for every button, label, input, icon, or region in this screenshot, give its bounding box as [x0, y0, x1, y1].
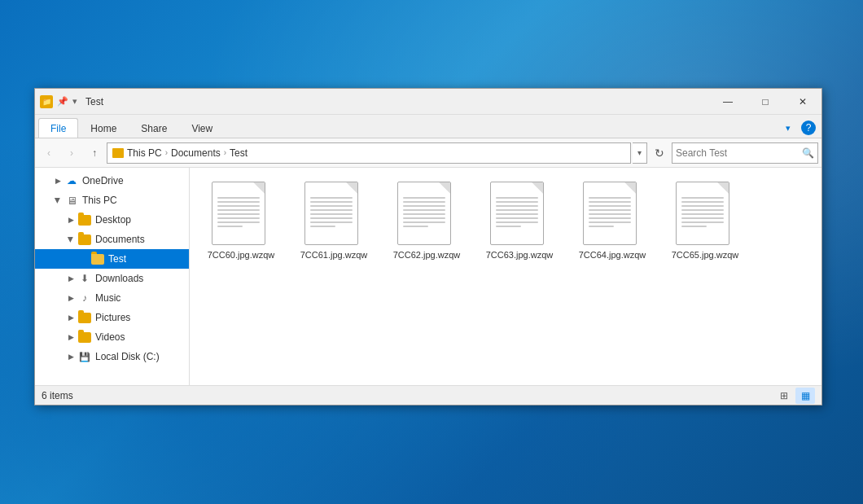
path-separator-2: ›	[224, 148, 226, 157]
sidebar-label-pictures: Pictures	[95, 312, 130, 323]
test-icon	[90, 252, 105, 266]
localdisk-icon: 💾	[77, 349, 92, 364]
ribbon-tabs: File Home Share View ▾ ?	[35, 115, 821, 138]
sidebar-item-pictures[interactable]: ▶ Pictures	[35, 308, 189, 327]
thispc-icon: 🖥	[64, 193, 79, 208]
file-item[interactable]: 7CC65.jpg.wzqw	[660, 174, 750, 264]
expand-arrow-onedrive: ▶	[51, 174, 64, 187]
sidebar-label-downloads: Downloads	[95, 273, 143, 284]
tab-home[interactable]: Home	[78, 118, 129, 138]
view-tiles-button[interactable]: ▦	[795, 388, 815, 404]
file-name: 7CC65.jpg.wzqw	[672, 250, 739, 261]
file-item[interactable]: 7CC62.jpg.wzqw	[382, 174, 471, 264]
view-list-button[interactable]: ⊞	[774, 388, 794, 404]
file-name: 7CC61.jpg.wzqw	[300, 250, 368, 261]
expand-arrow-videos: ▶	[64, 331, 77, 344]
pictures-icon	[77, 310, 92, 325]
expand-arrow-documents: ▶	[64, 233, 77, 246]
path-folder-icon	[112, 148, 124, 158]
refresh-button[interactable]: ↻	[649, 142, 670, 164]
sidebar-item-music[interactable]: ▶ ♪ Music	[35, 288, 189, 308]
file-name: 7CC60.jpg.wzqw	[208, 250, 275, 261]
expand-arrow-localdisk: ▶	[64, 350, 77, 363]
sidebar-label-music: Music	[95, 292, 120, 304]
file-name: 7CC63.jpg.wzqw	[486, 250, 554, 261]
sidebar-label-thispc: This PC	[82, 195, 117, 206]
view-buttons: ⊞ ▦	[774, 388, 815, 404]
minimize-button[interactable]: —	[709, 89, 747, 114]
doc-icon	[676, 182, 729, 245]
tab-file[interactable]: File	[38, 118, 78, 138]
sidebar-item-documents[interactable]: ▶ Documents	[35, 230, 189, 249]
help-button[interactable]: ?	[801, 121, 816, 135]
doc-icon	[583, 182, 637, 245]
window-title: Test	[82, 96, 709, 107]
title-bar: 📁 📌 ▾ Test — □ ✕	[35, 89, 821, 115]
maximize-button[interactable]: □	[747, 89, 784, 114]
address-dropdown-btn[interactable]: ▾	[633, 142, 647, 164]
title-bar-controls: — □ ✕	[709, 89, 821, 114]
sidebar-item-onedrive[interactable]: ▶ ☁ OneDrive	[35, 171, 189, 191]
sidebar-label-localdisk: Local Disk (C:)	[95, 351, 160, 362]
expand-arrow-pictures: ▶	[64, 311, 77, 324]
sidebar-item-test[interactable]: Test	[35, 249, 189, 269]
sidebar: ▶ ☁ OneDrive ▶ 🖥 This PC ▶ Desktop ▶ Doc…	[35, 168, 190, 385]
sidebar-label-desktop: Desktop	[95, 214, 131, 226]
doc-icon	[397, 182, 451, 245]
sidebar-item-thispc[interactable]: ▶ 🖥 This PC	[35, 191, 189, 210]
status-count: 6 items	[42, 390, 774, 401]
expand-arrow-test	[77, 252, 90, 265]
path-segment-thispc[interactable]: This PC	[127, 147, 162, 159]
onedrive-icon: ☁	[64, 173, 79, 188]
path-segment-test[interactable]: Test	[230, 147, 248, 159]
file-area: 7CC60.jpg.wzqw7CC61.jpg.wzqw7CC62.jpg.wz…	[190, 168, 821, 385]
title-bar-icons: 📁 📌 ▾	[35, 95, 82, 108]
pin-icon: 📌	[55, 96, 71, 107]
up-button[interactable]: ↑	[84, 142, 105, 164]
expand-arrow-desktop: ▶	[64, 213, 77, 226]
status-bar: 6 items ⊞ ▦	[35, 385, 821, 405]
sidebar-label-onedrive: OneDrive	[82, 175, 124, 186]
address-path[interactable]: This PC › Documents › Test	[107, 142, 631, 164]
file-item[interactable]: 7CC61.jpg.wzqw	[289, 174, 379, 264]
doc-icon	[490, 182, 544, 245]
forward-button[interactable]: ›	[61, 142, 82, 164]
documents-icon	[77, 232, 92, 247]
downloads-icon: ⬇	[77, 271, 92, 286]
sidebar-item-desktop[interactable]: ▶ Desktop	[35, 210, 189, 230]
file-item[interactable]: 7CC60.jpg.wzqw	[196, 174, 286, 264]
sidebar-label-documents: Documents	[95, 234, 145, 245]
path-segment-documents[interactable]: Documents	[171, 147, 221, 159]
search-box: 🔍	[672, 142, 818, 164]
sidebar-label-videos: Videos	[95, 331, 125, 343]
explorer-window: 📁 📌 ▾ Test — □ ✕ File Home Share View ▾ …	[34, 88, 822, 405]
main-content: ▶ ☁ OneDrive ▶ 🖥 This PC ▶ Desktop ▶ Doc…	[35, 168, 821, 385]
sidebar-item-videos[interactable]: ▶ Videos	[35, 327, 189, 347]
sidebar-item-localdisk[interactable]: ▶ 💾 Local Disk (C:)	[35, 347, 189, 366]
tab-view[interactable]: View	[179, 118, 225, 138]
expand-arrow-downloads: ▶	[64, 272, 77, 285]
file-item[interactable]: 7CC64.jpg.wzqw	[567, 174, 657, 264]
tab-share[interactable]: Share	[129, 118, 179, 138]
doc-icon	[304, 182, 358, 245]
dropdown-arrow-icon: ▾	[72, 96, 77, 107]
ribbon-collapse-btn[interactable]: ▾	[778, 118, 799, 138]
file-item[interactable]: 7CC63.jpg.wzqw	[475, 174, 564, 264]
file-name: 7CC62.jpg.wzqw	[393, 250, 461, 261]
back-button[interactable]: ‹	[38, 142, 59, 164]
desktop-icon	[77, 213, 92, 227]
search-input[interactable]	[676, 147, 799, 159]
path-separator-1: ›	[165, 148, 168, 157]
sidebar-item-downloads[interactable]: ▶ ⬇ Downloads	[35, 269, 189, 288]
quick-access-icon: 📁	[40, 95, 53, 108]
expand-arrow-music: ▶	[64, 291, 77, 305]
ribbon: File Home Share View ▾ ?	[35, 115, 821, 138]
address-bar: ‹ › ↑ This PC › Documents › Test ▾ ↻ 🔍	[35, 138, 821, 168]
file-name: 7CC64.jpg.wzqw	[579, 250, 646, 261]
expand-arrow-thispc: ▶	[51, 194, 64, 207]
sidebar-label-test: Test	[108, 253, 126, 265]
music-icon: ♪	[77, 291, 92, 305]
close-button[interactable]: ✕	[784, 89, 821, 114]
search-icon[interactable]: 🔍	[802, 147, 814, 159]
doc-icon	[212, 182, 265, 245]
